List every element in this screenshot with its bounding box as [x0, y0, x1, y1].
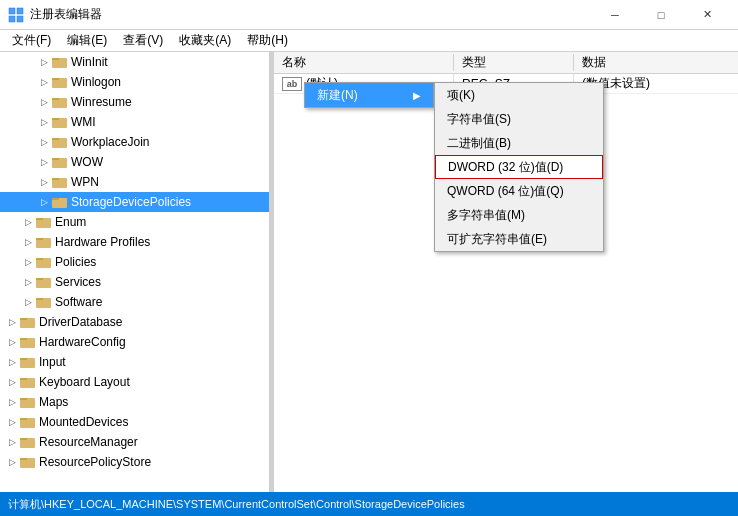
- folder-icon: [20, 435, 36, 449]
- expand-icon: ▷: [4, 394, 20, 410]
- submenu-item-label: 字符串值(S): [447, 111, 511, 128]
- svg-rect-45: [20, 458, 27, 460]
- expand-icon: ▷: [36, 114, 52, 130]
- svg-rect-31: [20, 318, 27, 320]
- submenu[interactable]: 项(K) 字符串值(S) 二进制值(B) DWORD (32 位)值(D) QW…: [434, 82, 604, 252]
- tree-panel: ▷ WinInit ▷ Winlogon ▷ Winresume: [0, 52, 270, 492]
- tree-item-label: WinInit: [71, 55, 108, 69]
- tree-item-resourcepolicystore[interactable]: ▷ ResourcePolicyStore: [0, 452, 269, 472]
- tree-item-enum[interactable]: ▷ Enum: [0, 212, 269, 232]
- tree-item-policies[interactable]: ▷ Policies: [0, 252, 269, 272]
- maximize-button[interactable]: □: [638, 0, 684, 30]
- submenu-item-multistr[interactable]: 多字符串值(M): [435, 203, 603, 227]
- svg-rect-35: [20, 358, 27, 360]
- tree-item-label: StorageDevicePolicies: [71, 195, 191, 209]
- tree-item-driverdatabase[interactable]: ▷ DriverDatabase: [0, 312, 269, 332]
- tree-item-wininit[interactable]: ▷ WinInit: [0, 52, 269, 72]
- svg-rect-9: [52, 98, 59, 100]
- folder-icon: [52, 75, 68, 89]
- tree-item-label: Enum: [55, 215, 86, 229]
- svg-rect-43: [20, 438, 27, 440]
- submenu-item-strval[interactable]: 字符串值(S): [435, 107, 603, 131]
- expand-icon: ▷: [36, 154, 52, 170]
- expand-icon: ▷: [4, 434, 20, 450]
- tree-item-hardwareprofiles[interactable]: ▷ Hardware Profiles: [0, 232, 269, 252]
- expand-icon: ▷: [36, 194, 52, 210]
- tree-item-label: WMI: [71, 115, 96, 129]
- tree-item-label: Winlogon: [71, 75, 121, 89]
- menu-edit[interactable]: 编辑(E): [59, 30, 115, 51]
- tree-item-maps[interactable]: ▷ Maps: [0, 392, 269, 412]
- svg-rect-13: [52, 138, 59, 140]
- submenu-item-qword[interactable]: QWORD (64 位)值(Q): [435, 179, 603, 203]
- tree-item-storagedevicepolicies[interactable]: ▷ StorageDevicePolicies: [0, 192, 269, 212]
- tree-item-software[interactable]: ▷ Software: [0, 292, 269, 312]
- folder-icon: [36, 295, 52, 309]
- submenu-item-key[interactable]: 项(K): [435, 83, 603, 107]
- svg-rect-37: [20, 378, 27, 380]
- svg-rect-39: [20, 398, 27, 400]
- tree-container[interactable]: ▷ WinInit ▷ Winlogon ▷ Winresume: [0, 52, 269, 492]
- expand-icon: ▷: [20, 254, 36, 270]
- svg-rect-3: [17, 16, 23, 22]
- submenu-item-expandstr[interactable]: 可扩充字符串值(E): [435, 227, 603, 251]
- tree-item-label: Hardware Profiles: [55, 235, 150, 249]
- folder-icon: [20, 335, 36, 349]
- folder-icon: [52, 135, 68, 149]
- tree-item-keyboardlayout[interactable]: ▷ Keyboard Layout: [0, 372, 269, 392]
- expand-icon: ▷: [36, 54, 52, 70]
- content-panel: 名称 类型 数据 ab (默认) REG_SZ (数值未设置) 新建(N) ▶: [274, 52, 738, 492]
- svg-rect-21: [36, 218, 43, 220]
- status-path: 计算机\HKEY_LOCAL_MACHINE\SYSTEM\CurrentCon…: [8, 497, 465, 512]
- submenu-item-label: DWORD (32 位)值(D): [448, 159, 563, 176]
- submenu-item-binval[interactable]: 二进制值(B): [435, 131, 603, 155]
- menu-file[interactable]: 文件(F): [4, 30, 59, 51]
- submenu-item-dword[interactable]: DWORD (32 位)值(D): [435, 155, 603, 179]
- tree-item-label: Policies: [55, 255, 96, 269]
- tree-item-wmi[interactable]: ▷ WMI: [0, 112, 269, 132]
- tree-item-services[interactable]: ▷ Services: [0, 272, 269, 292]
- folder-icon: [52, 155, 68, 169]
- menu-favorites[interactable]: 收藏夹(A): [171, 30, 239, 51]
- svg-rect-33: [20, 338, 27, 340]
- expand-icon: ▷: [20, 294, 36, 310]
- tree-item-input[interactable]: ▷ Input: [0, 352, 269, 372]
- svg-rect-7: [52, 78, 59, 80]
- tree-item-label: ResourceManager: [39, 435, 138, 449]
- svg-rect-17: [52, 178, 59, 180]
- new-menu-row[interactable]: 新建(N) ▶: [305, 83, 433, 107]
- svg-rect-25: [36, 258, 43, 260]
- expand-icon: ▷: [36, 134, 52, 150]
- new-menu-item[interactable]: 新建(N) ▶: [304, 82, 434, 108]
- expand-icon: ▷: [4, 334, 20, 350]
- svg-rect-27: [36, 278, 43, 280]
- expand-icon: ▷: [20, 214, 36, 230]
- tree-item-label: MountedDevices: [39, 415, 128, 429]
- folder-icon: [20, 415, 36, 429]
- tree-item-mounteddevices[interactable]: ▷ MountedDevices: [0, 412, 269, 432]
- close-button[interactable]: ✕: [684, 0, 730, 30]
- submenu-item-label: 多字符串值(M): [447, 207, 525, 224]
- menu-view[interactable]: 查看(V): [115, 30, 171, 51]
- tree-item-wpn[interactable]: ▷ WPN: [0, 172, 269, 192]
- svg-rect-23: [36, 238, 43, 240]
- app-icon: [8, 7, 24, 23]
- tree-item-winlogon[interactable]: ▷ Winlogon: [0, 72, 269, 92]
- folder-icon: [20, 375, 36, 389]
- tree-item-resourcemanager[interactable]: ▷ ResourceManager: [0, 432, 269, 452]
- expand-icon: ▷: [4, 414, 20, 430]
- menu-help[interactable]: 帮助(H): [239, 30, 296, 51]
- tree-item-wow[interactable]: ▷ WOW: [0, 152, 269, 172]
- folder-icon: [52, 195, 68, 209]
- tree-item-label: Input: [39, 355, 66, 369]
- tree-item-hardwareconfig[interactable]: ▷ HardwareConfig: [0, 332, 269, 352]
- expand-icon: ▷: [20, 274, 36, 290]
- minimize-button[interactable]: ─: [592, 0, 638, 30]
- col-header-data: 数据: [574, 54, 738, 71]
- tree-item-label: Keyboard Layout: [39, 375, 130, 389]
- tree-item-winresume[interactable]: ▷ Winresume: [0, 92, 269, 112]
- tree-item-workplacejoin[interactable]: ▷ WorkplaceJoin: [0, 132, 269, 152]
- svg-rect-19: [52, 198, 59, 200]
- tree-item-label: DriverDatabase: [39, 315, 122, 329]
- folder-icon: [52, 55, 68, 69]
